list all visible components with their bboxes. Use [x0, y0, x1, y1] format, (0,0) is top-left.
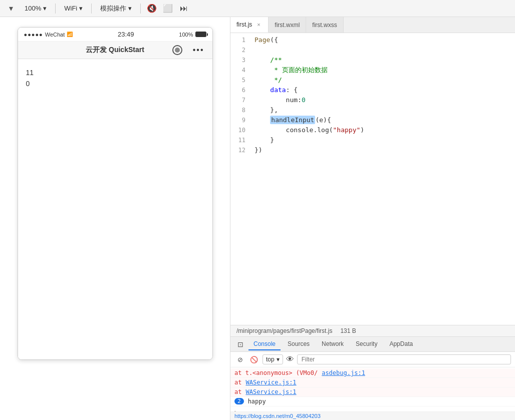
phone-frame: ●●●●● WeChat 📶 23:49 100% 云开发 QuickStart [18, 27, 213, 360]
error-link-2[interactable]: WAService.js:1 [245, 379, 296, 386]
main-area: ●●●●● WeChat 📶 23:49 100% 云开发 QuickStart [0, 17, 515, 420]
tab-label-first-js: first.js [236, 21, 252, 28]
phone-nav-bar: 云开发 QuickStart ••• [18, 42, 212, 59]
tab-label-first-wxss: first.wxss [312, 22, 337, 29]
top-toolbar: ▾ 100% ▾ WiFi ▾ 模拟操作 ▾ 🔇 ⬜ ⏭ [0, 0, 515, 17]
phone-nav-record-button[interactable] [172, 45, 182, 55]
line-content-1: Page({ [250, 35, 515, 45]
block-icon[interactable]: 🚫 [248, 354, 260, 365]
console-content: at t.<anonymous> (VMo0/ asdebug.js:1 at … [230, 367, 515, 411]
battery-fill [196, 32, 206, 37]
line-num-9: 9 [230, 115, 250, 125]
happy-text: happy [248, 398, 266, 405]
error-text-2: at [234, 379, 241, 386]
line-num-12: 12 [230, 145, 250, 155]
tab-first-js[interactable]: first.js × [230, 17, 269, 33]
code-line-5: 5 */ [230, 75, 515, 85]
console-prompt: > [230, 406, 515, 411]
line-content-11: } [250, 135, 515, 145]
clear-console-button[interactable]: ⊘ [234, 354, 245, 365]
battery-bar [195, 32, 206, 37]
line-num-7: 7 [230, 95, 250, 105]
mute-icon[interactable]: 🔇 [145, 2, 159, 16]
line-content-6: data: { [250, 85, 515, 95]
wifi-icon: 📶 [67, 32, 73, 37]
line-num-1: 1 [230, 35, 250, 45]
tab-console[interactable]: Console [248, 338, 281, 350]
sim-selector[interactable]: 模拟操作 ▾ [96, 3, 136, 15]
filter-input[interactable] [297, 354, 511, 364]
phone-status-bar: ●●●●● WeChat 📶 23:49 100% [18, 28, 212, 42]
tab-appdata[interactable]: AppData [384, 338, 418, 350]
forward-icon[interactable]: ⏭ [177, 2, 191, 16]
happy-badge: 2 [234, 398, 244, 404]
tab-network[interactable]: Network [317, 338, 349, 350]
panel-tabs: ⊡ Console Sources Network Security AppDa… [230, 337, 515, 352]
code-line-10: 10 console.log("happy") [230, 125, 515, 135]
line-content-10: console.log("happy") [250, 125, 515, 135]
code-line-9: 9 handleInput(e){ [230, 115, 515, 125]
signal-dots: ●●●●● [24, 32, 43, 38]
console-toolbar: ⊘ 🚫 top ▾ 👁 [230, 352, 515, 367]
console-line-error-1: at t.<anonymous> (VMo0/ asdebug.js:1 [230, 368, 515, 378]
sim-chevron-icon: ▾ [128, 5, 132, 12]
file-path-label: /miniprogram/pages/firstPage/first.js [236, 327, 332, 334]
tab-first-wxss[interactable]: first.wxss [306, 17, 343, 33]
bottom-panel: /miniprogram/pages/firstPage/first.js 13… [230, 325, 515, 420]
tab-first-wxml[interactable]: first.wxml [269, 17, 306, 33]
network-selector[interactable]: WiFi ▾ [60, 3, 87, 14]
window-icon[interactable]: ⬜ [161, 2, 175, 16]
network-chevron-icon: ▾ [79, 5, 83, 12]
line-num-4: 4 [230, 65, 250, 75]
toolbar-divider-3 [140, 4, 141, 14]
code-editor: 1 Page({ 2 3 /** 4 * 页面的初始数据 5 */ 6 [230, 33, 515, 325]
error-link-1[interactable]: asdebug.js:1 [322, 369, 365, 376]
phone-time: 23:49 [118, 31, 134, 38]
error-link-3[interactable]: WAService.js:1 [245, 388, 296, 395]
code-line-6: 6 data: { [230, 85, 515, 95]
code-line-8: 8 }, [230, 105, 515, 115]
toolbar-divider-2 [91, 4, 92, 14]
line-content-8: }, [250, 105, 515, 115]
context-chevron-icon: ▾ [277, 356, 280, 363]
line-num-10: 10 [230, 125, 250, 135]
context-selector[interactable]: top ▾ [263, 354, 283, 364]
tab-close-first-js[interactable]: × [255, 21, 262, 28]
tab-security[interactable]: Security [351, 338, 382, 350]
phone-text-11: 11 [26, 67, 204, 78]
error-text-1: at t.<anonymous> (VMo0/ [234, 369, 318, 376]
code-line-11: 11 } [230, 135, 515, 145]
eye-icon[interactable]: 👁 [286, 355, 294, 364]
code-line-12: 12 }) [230, 145, 515, 155]
console-line-happy: 2 happy [230, 397, 515, 406]
phone-simulator: ●●●●● WeChat 📶 23:49 100% 云开发 QuickStart [0, 17, 230, 420]
editor-tabs: first.js × first.wxml first.wxss [230, 17, 515, 33]
line-content-5: */ [250, 75, 515, 85]
footer-url-text[interactable]: https://blog.csdn.net/m0_45804203 [234, 413, 321, 419]
phone-content: 11 0 [18, 59, 212, 359]
console-line-error-2: at WAService.js:1 [230, 378, 515, 387]
line-content-4: * 页面的初始数据 [250, 65, 515, 75]
code-line-1: 1 Page({ [230, 35, 515, 45]
code-line-7: 7 num:0 [230, 95, 515, 105]
phone-nav-dots[interactable]: ••• [193, 46, 204, 55]
expand-icon[interactable]: ▾ [4, 2, 18, 16]
code-line-4: 4 * 页面的初始数据 [230, 65, 515, 75]
line-content-3: /** [250, 55, 515, 65]
status-right: 100% [179, 32, 206, 38]
panel-nav-icon[interactable]: ⊡ [234, 338, 246, 350]
line-content-9: handleInput(e){ [250, 115, 515, 125]
line-content-7: num:0 [250, 95, 515, 105]
footer-url: https://blog.csdn.net/m0_45804203 [230, 411, 515, 420]
tab-sources[interactable]: Sources [283, 338, 315, 350]
phone-nav-title: 云开发 QuickStart [86, 46, 144, 55]
console-line-error-3: at WAService.js:1 [230, 387, 515, 397]
code-line-2: 2 [230, 45, 515, 55]
line-num-2: 2 [230, 45, 250, 55]
line-num-3: 3 [230, 55, 250, 65]
code-line-3: 3 /** [230, 55, 515, 65]
phone-text-0: 0 [26, 78, 204, 89]
toolbar-divider-1 [55, 4, 56, 14]
zoom-selector[interactable]: 100% ▾ [20, 3, 51, 14]
line-num-11: 11 [230, 135, 250, 145]
